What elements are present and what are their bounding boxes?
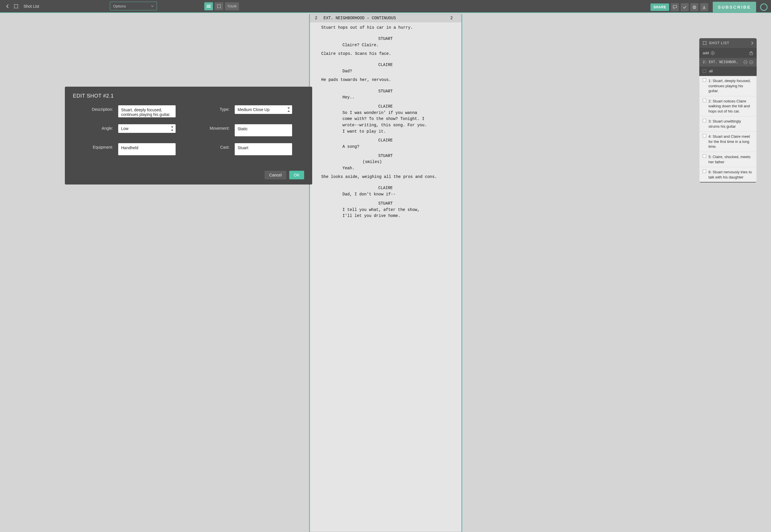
movement-input[interactable] [235, 124, 292, 136]
ok-button[interactable]: OK [289, 171, 304, 179]
edit-shot-modal: EDIT SHOT #2.1 Description: Type: Angle:… [65, 87, 312, 185]
equipment-input[interactable] [118, 143, 176, 155]
modal-title: EDIT SHOT #2.1 [73, 93, 304, 99]
type-select[interactable] [235, 105, 292, 114]
cancel-button[interactable]: Cancel [265, 171, 286, 179]
type-label: Type: [181, 105, 230, 112]
description-label: Description: [73, 105, 113, 112]
angle-select[interactable] [118, 124, 176, 133]
equipment-label: Equipment: [73, 143, 113, 149]
cast-label: Cast: [181, 143, 230, 149]
movement-label: Movement: [181, 124, 230, 131]
description-input[interactable] [118, 105, 176, 117]
modal-backdrop: EDIT SHOT #2.1 Description: Type: Angle:… [0, 0, 771, 532]
angle-label: Angle: [73, 124, 113, 131]
cast-input[interactable] [235, 143, 292, 155]
